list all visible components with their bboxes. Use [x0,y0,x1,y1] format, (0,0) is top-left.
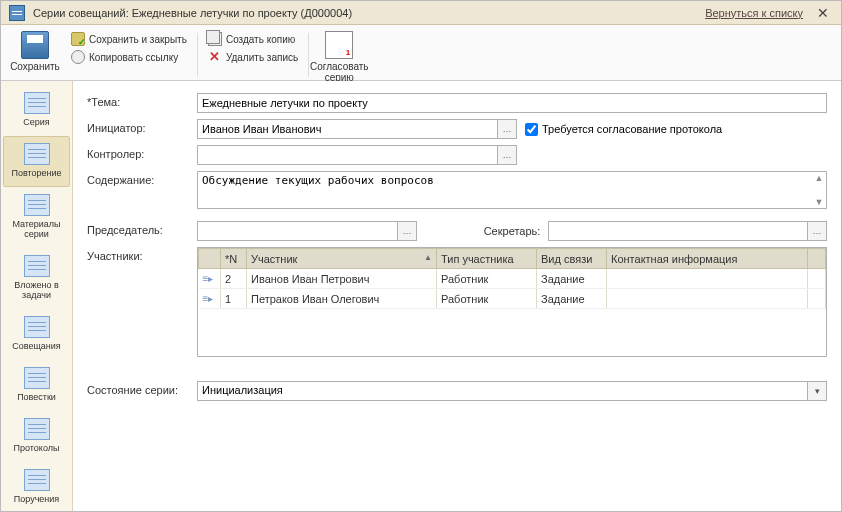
save-button[interactable]: Сохранить [7,29,63,74]
delete-icon: ✕ [208,50,222,64]
approve-series-button[interactable]: Согласовать серию [311,29,367,85]
save-close-icon [71,32,85,46]
approval-required-checkbox[interactable] [525,123,538,136]
sidebar-item-meetings[interactable]: Совещания [3,309,70,360]
row-icon: ≡▸ [199,289,221,309]
initiator-lookup-button[interactable]: … [497,119,517,139]
col-icon[interactable] [199,249,221,269]
col-contact[interactable]: Контактная информация [607,249,808,269]
save-icon [21,31,49,59]
chairman-label: Председатель: [87,221,197,236]
controller-lookup-button[interactable]: … [497,145,517,165]
sidebar-item-repeat[interactable]: Повторение [3,136,70,187]
repeat-icon [24,143,50,165]
chairman-input[interactable] [197,221,397,241]
toolbar: Сохранить Сохранить и закрыть Копировать… [1,25,841,81]
form-area: *Тема: Инициатор: … Требуется согласован… [73,81,841,511]
controller-input[interactable] [197,145,497,165]
sidebar-item-tasks[interactable]: Вложено в задачи [3,248,70,309]
main-area: Серия Повторение Материалы серии Вложено… [1,81,841,511]
titlebar: Серии совещаний: Ежедневные летучки по п… [1,1,841,25]
col-type[interactable]: Тип участника [437,249,537,269]
approval-required-label: Требуется согласование протокола [542,123,722,135]
sidebar-item-series[interactable]: Серия [3,85,70,136]
materials-icon [24,194,50,216]
sidebar-item-orders[interactable]: Поручения [3,462,70,512]
status-label: Состояние серии: [87,381,197,396]
controller-label: Контролер: [87,145,197,160]
window-icon [9,5,25,21]
sidebar-item-agendas[interactable]: Повестки [3,360,70,411]
initiator-label: Инициатор: [87,119,197,134]
delete-record-button[interactable]: ✕ Удалить запись [206,49,300,65]
copy-link-button[interactable]: Копировать ссылку [69,49,189,65]
approve-icon [325,31,353,59]
close-icon[interactable]: ✕ [813,5,833,21]
chairman-lookup-button[interactable]: … [397,221,417,241]
sidebar: Серия Повторение Материалы серии Вложено… [1,81,73,511]
sidebar-item-materials[interactable]: Материалы серии [3,187,70,248]
initiator-input[interactable] [197,119,497,139]
sidebar-item-protocols[interactable]: Протоколы [3,411,70,462]
secretary-label: Секретарь: [484,225,541,237]
secretary-lookup-button[interactable]: … [807,221,827,241]
meetings-icon [24,316,50,338]
series-icon [24,92,50,114]
scroll-up-icon[interactable]: ▲ [813,173,825,185]
protocols-icon [24,418,50,440]
secretary-input[interactable] [548,221,807,241]
col-num[interactable]: *N [221,249,247,269]
save-and-close-button[interactable]: Сохранить и закрыть [69,31,189,47]
create-copy-button[interactable]: Создать копию [206,31,300,47]
back-to-list-link[interactable]: Вернуться к списку [705,7,803,19]
table-row[interactable]: ≡▸ 1 Петраков Иван Олегович Работник Зад… [199,289,826,309]
sort-asc-icon: ▲ [424,253,432,262]
toolbar-separator [197,33,198,77]
participants-label: Участники: [87,247,197,262]
tasks-icon [24,255,50,277]
copy-icon [208,32,222,46]
table-row[interactable]: ≡▸ 2 Иванов Иван Петрович Работник Задан… [199,269,826,289]
status-select-value[interactable]: Инициализация [197,381,807,401]
col-link[interactable]: Вид связи [537,249,607,269]
agendas-icon [24,367,50,389]
content-textarea[interactable] [197,171,827,209]
col-spacer [808,249,826,269]
window-title: Серии совещаний: Ежедневные летучки по п… [33,7,705,19]
row-icon: ≡▸ [199,269,221,289]
link-icon [71,50,85,64]
topic-input[interactable] [197,93,827,113]
scroll-down-icon[interactable]: ▼ [813,197,825,209]
col-participant[interactable]: Участник▲ [247,249,437,269]
content-label: Содержание: [87,171,197,186]
participants-table: *N Участник▲ Тип участника Вид связи Кон… [197,247,827,357]
topic-label: *Тема: [87,93,197,108]
chevron-down-icon[interactable]: ▾ [807,381,827,401]
orders-icon [24,469,50,491]
